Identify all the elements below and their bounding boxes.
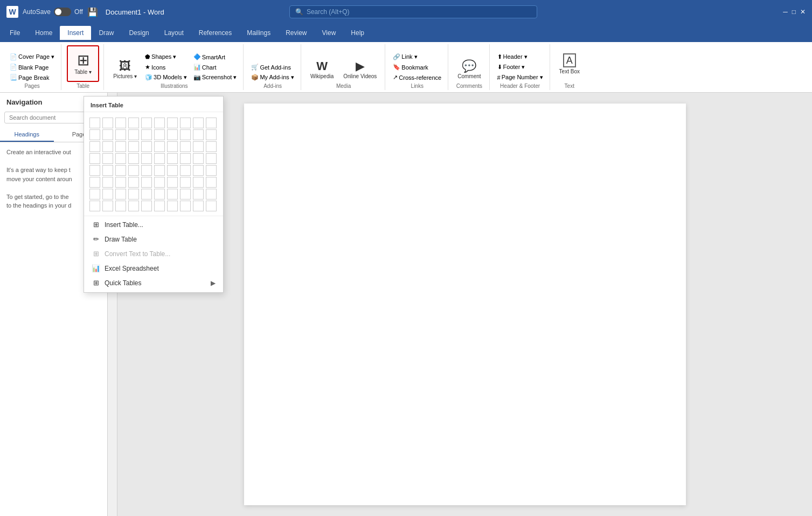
grid-cell[interactable] bbox=[206, 141, 217, 152]
title-search-box[interactable]: 🔍 bbox=[289, 5, 537, 18]
grid-cell[interactable] bbox=[154, 141, 165, 152]
grid-cell[interactable] bbox=[167, 177, 178, 188]
quick-tables-menu-item[interactable]: ⊞ Quick Tables ▶ bbox=[84, 276, 223, 290]
grid-cell[interactable] bbox=[115, 118, 126, 128]
grid-cell[interactable] bbox=[128, 201, 139, 211]
grid-cell[interactable] bbox=[102, 201, 113, 211]
close-icon[interactable]: ✕ bbox=[800, 8, 806, 16]
grid-cell[interactable] bbox=[128, 189, 139, 199]
grid-cell[interactable] bbox=[206, 201, 217, 211]
grid-cell[interactable] bbox=[180, 118, 191, 128]
pictures-button[interactable]: 🖼 Pictures ▾ bbox=[109, 58, 141, 82]
grid-cell[interactable] bbox=[154, 165, 165, 176]
grid-cell[interactable] bbox=[128, 177, 139, 188]
grid-cell[interactable] bbox=[141, 118, 152, 128]
grid-cell[interactable] bbox=[193, 153, 204, 164]
wikipedia-button[interactable]: W Wikipedia bbox=[307, 58, 337, 82]
grid-cell[interactable] bbox=[180, 141, 191, 152]
3dmodels-button[interactable]: 🧊 3D Models ▾ bbox=[143, 73, 189, 82]
grid-cell[interactable] bbox=[167, 153, 178, 164]
cross-reference-button[interactable]: ↗ Cross-reference bbox=[391, 73, 443, 82]
grid-cell[interactable] bbox=[193, 129, 204, 140]
tab-layout[interactable]: Layout bbox=[157, 26, 191, 40]
grid-cell[interactable] bbox=[102, 177, 113, 188]
grid-cell[interactable] bbox=[167, 141, 178, 152]
minimize-icon[interactable]: ─ bbox=[783, 8, 788, 16]
grid-cell[interactable] bbox=[206, 129, 217, 140]
grid-cell[interactable] bbox=[167, 189, 178, 199]
grid-cell[interactable] bbox=[141, 129, 152, 140]
grid-cell[interactable] bbox=[180, 165, 191, 176]
grid-cell[interactable] bbox=[102, 153, 113, 164]
grid-cell[interactable] bbox=[154, 201, 165, 211]
online-videos-button[interactable]: ▶ Online Videos bbox=[339, 58, 380, 82]
tab-file[interactable]: File bbox=[2, 26, 27, 40]
screenshot-button[interactable]: 📷 Screenshot ▾ bbox=[191, 73, 239, 82]
save-icon[interactable]: 💾 bbox=[87, 7, 98, 17]
chart-button[interactable]: 📊 Chart bbox=[191, 63, 239, 72]
grid-cell[interactable] bbox=[102, 165, 113, 176]
insert-table-menu-item[interactable]: ⊞ Insert Table... bbox=[84, 217, 223, 232]
my-addins-button[interactable]: 📦 My Add-ins ▾ bbox=[249, 73, 296, 82]
grid-cell[interactable] bbox=[154, 118, 165, 128]
grid-cell[interactable] bbox=[115, 153, 126, 164]
get-addins-button[interactable]: 🛒 Get Add-ins bbox=[249, 63, 296, 72]
shapes-button[interactable]: ⬟ Shapes ▾ bbox=[143, 52, 189, 61]
tab-review[interactable]: Review bbox=[278, 26, 314, 40]
grid-cell[interactable] bbox=[89, 165, 100, 176]
grid-cell[interactable] bbox=[141, 153, 152, 164]
grid-cell[interactable] bbox=[89, 177, 100, 188]
grid-cell[interactable] bbox=[154, 189, 165, 199]
autosave-toggle[interactable] bbox=[54, 8, 71, 16]
grid-cell[interactable] bbox=[206, 118, 217, 128]
grid-cell[interactable] bbox=[206, 177, 217, 188]
tab-mailings[interactable]: Mailings bbox=[239, 26, 278, 40]
grid-cell[interactable] bbox=[167, 201, 178, 211]
maximize-icon[interactable]: □ bbox=[792, 8, 796, 16]
page-break-button[interactable]: 📃 Page Break bbox=[8, 73, 57, 82]
grid-cell[interactable] bbox=[141, 177, 152, 188]
excel-spreadsheet-menu-item[interactable]: 📊 Excel Spreadsheet bbox=[84, 261, 223, 276]
grid-cell[interactable] bbox=[193, 165, 204, 176]
tab-insert[interactable]: Insert bbox=[60, 26, 91, 40]
tab-view[interactable]: View bbox=[315, 26, 344, 40]
page-number-button[interactable]: # Page Number ▾ bbox=[495, 73, 545, 82]
grid-cell[interactable] bbox=[180, 189, 191, 199]
grid-cell[interactable] bbox=[128, 118, 139, 128]
grid-cell[interactable] bbox=[141, 141, 152, 152]
grid-cell[interactable] bbox=[115, 141, 126, 152]
smartart-button[interactable]: 🔷 SmartArt bbox=[191, 52, 239, 61]
grid-cell[interactable] bbox=[180, 153, 191, 164]
grid-cell[interactable] bbox=[206, 165, 217, 176]
grid-cell[interactable] bbox=[180, 201, 191, 211]
grid-cell[interactable] bbox=[193, 201, 204, 211]
grid-cell[interactable] bbox=[102, 118, 113, 128]
grid-cell[interactable] bbox=[193, 177, 204, 188]
grid-cell[interactable] bbox=[115, 189, 126, 199]
grid-cell[interactable] bbox=[141, 165, 152, 176]
document-page[interactable] bbox=[244, 104, 686, 505]
grid-cell[interactable] bbox=[102, 141, 113, 152]
grid-cell[interactable] bbox=[167, 129, 178, 140]
tab-help[interactable]: Help bbox=[343, 26, 372, 40]
grid-cell[interactable] bbox=[128, 129, 139, 140]
table-grid[interactable]: (function() { var grid = document.queryS… bbox=[84, 114, 223, 215]
grid-cell[interactable] bbox=[193, 118, 204, 128]
grid-cell[interactable] bbox=[115, 201, 126, 211]
grid-cell[interactable] bbox=[89, 129, 100, 140]
grid-cell[interactable] bbox=[89, 153, 100, 164]
cover-page-button[interactable]: 📄 Cover Page ▾ bbox=[8, 52, 57, 61]
link-button[interactable]: 🔗 Link ▾ bbox=[391, 52, 443, 61]
sidebar-tab-headings[interactable]: Headings bbox=[0, 128, 54, 142]
grid-cell[interactable] bbox=[154, 177, 165, 188]
icons-button[interactable]: ★ Icons bbox=[143, 63, 189, 72]
table-button[interactable]: ⊞ Table ▾ bbox=[67, 45, 99, 82]
bookmark-button[interactable]: 🔖 Bookmark bbox=[391, 63, 443, 72]
comment-button[interactable]: 💬 Comment bbox=[454, 58, 484, 82]
grid-cell[interactable] bbox=[102, 189, 113, 199]
grid-cell[interactable] bbox=[115, 165, 126, 176]
grid-cell[interactable] bbox=[128, 153, 139, 164]
tab-draw[interactable]: Draw bbox=[91, 26, 121, 40]
draw-table-menu-item[interactable]: ✏ Draw Table bbox=[84, 232, 223, 246]
grid-cell[interactable] bbox=[141, 189, 152, 199]
